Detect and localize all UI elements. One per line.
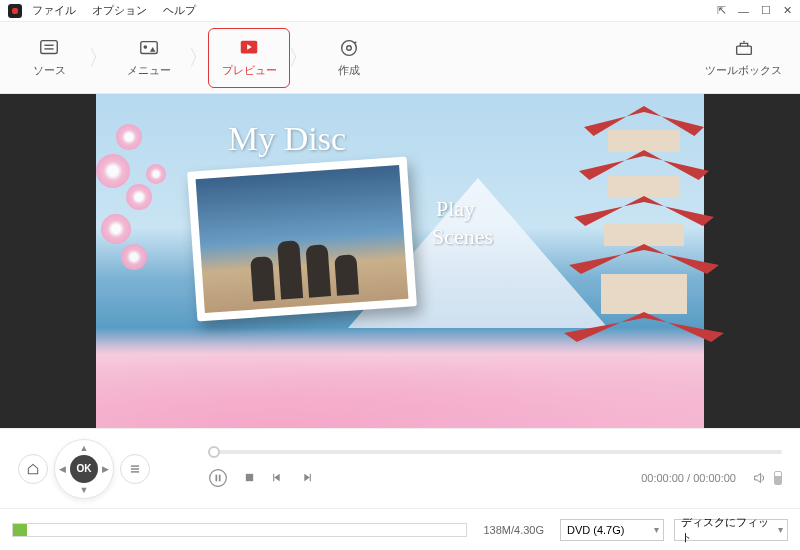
step-nav: ソース 〉 メニュー 〉 プレビュー 〉 作成 ツールボックス [0, 22, 800, 94]
dpad-up[interactable]: ▲ [80, 443, 89, 453]
photo-frame [187, 157, 417, 322]
step-create-label: 作成 [338, 63, 360, 78]
svg-point-8 [347, 46, 352, 51]
home-icon [26, 462, 40, 476]
menu-icon [136, 37, 162, 59]
dpad-right[interactable]: ▶ [102, 464, 109, 474]
volume-bar[interactable] [774, 471, 782, 485]
app-icon [8, 4, 22, 18]
chevron-right-icon: 〉 [288, 43, 310, 73]
step-source[interactable]: ソース [8, 28, 90, 88]
dpad-left[interactable]: ◀ [59, 464, 66, 474]
dpad-down[interactable]: ▼ [80, 485, 89, 495]
foreground-graphic [96, 338, 704, 428]
capacity-text: 138M/4.30G [477, 524, 550, 536]
step-preview[interactable]: プレビュー [208, 28, 290, 88]
dvd-menu-scenes[interactable]: Scenes [432, 224, 493, 250]
close-icon[interactable]: ✕ [783, 4, 792, 17]
dvd-menu-preview: My Disc Play Scenes [96, 94, 704, 428]
list-button[interactable] [120, 454, 150, 484]
pagoda-graphic [584, 106, 704, 376]
playback-controls: ▲ ▼ ◀ ▶ OK 00:00:00 / 00:00:00 [0, 428, 800, 508]
maximize-icon[interactable]: ☐ [761, 4, 771, 17]
pause-button[interactable] [208, 468, 228, 488]
menu-file[interactable]: ファイル [32, 3, 76, 18]
toolbox-icon [731, 37, 757, 59]
svg-point-15 [210, 469, 227, 486]
svg-rect-20 [273, 474, 274, 482]
time-display: 00:00:00 / 00:00:00 [641, 472, 736, 484]
titlebar: ファイル オプション ヘルプ ⇱ — ☐ ✕ [0, 0, 800, 22]
step-preview-label: プレビュー [222, 63, 277, 78]
disc-type-select[interactable]: DVD (4.7G) [560, 519, 664, 541]
dpad: ▲ ▼ ◀ ▶ OK [54, 439, 114, 499]
svg-point-7 [342, 41, 357, 56]
chevron-right-icon: 〉 [88, 43, 110, 73]
menu-options[interactable]: オプション [92, 3, 147, 18]
step-create[interactable]: 作成 [308, 28, 390, 88]
menu-help[interactable]: ヘルプ [163, 3, 196, 18]
preview-icon [236, 37, 262, 59]
svg-rect-0 [41, 41, 58, 54]
toolbox-label: ツールボックス [705, 63, 782, 78]
prev-icon [271, 471, 284, 484]
step-menu-label: メニュー [127, 63, 171, 78]
time-current: 00:00:00 [641, 472, 684, 484]
minimize-icon[interactable]: — [738, 5, 749, 17]
prev-button[interactable] [271, 471, 284, 484]
dvd-menu-play[interactable]: Play [436, 196, 475, 222]
svg-rect-22 [310, 474, 311, 482]
create-icon [336, 37, 362, 59]
pause-icon [208, 468, 228, 488]
next-icon [300, 471, 313, 484]
next-button[interactable] [300, 471, 313, 484]
stop-icon [244, 472, 255, 483]
toolbox-button[interactable]: ツールボックス [705, 37, 782, 78]
svg-rect-17 [219, 474, 221, 481]
seek-thumb[interactable] [208, 446, 220, 458]
pin-icon[interactable]: ⇱ [717, 4, 726, 17]
svg-marker-21 [304, 474, 309, 482]
volume-icon [752, 470, 768, 486]
dpad-ok[interactable]: OK [70, 455, 98, 483]
volume-button[interactable] [752, 470, 768, 486]
svg-marker-19 [274, 474, 279, 482]
svg-rect-16 [216, 474, 218, 481]
svg-marker-23 [755, 473, 761, 482]
list-icon [128, 462, 142, 476]
capacity-fill [13, 524, 27, 536]
svg-rect-18 [246, 474, 253, 481]
source-icon [36, 37, 62, 59]
step-source-label: ソース [33, 63, 66, 78]
svg-point-9 [354, 41, 356, 43]
preview-pane: My Disc Play Scenes [0, 94, 800, 428]
svg-point-4 [144, 45, 148, 49]
svg-rect-3 [141, 42, 158, 54]
chevron-right-icon: 〉 [188, 43, 210, 73]
stop-button[interactable] [244, 472, 255, 483]
fit-select[interactable]: ディスクにフィット [674, 519, 788, 541]
capacity-bar [12, 523, 467, 537]
step-menu[interactable]: メニュー [108, 28, 190, 88]
status-bar: 138M/4.30G DVD (4.7G) ディスクにフィット [0, 508, 800, 550]
time-total: 00:00:00 [693, 472, 736, 484]
disc-title: My Disc [228, 120, 346, 158]
seek-bar[interactable] [208, 450, 782, 454]
svg-rect-10 [736, 46, 751, 54]
home-button[interactable] [18, 454, 48, 484]
svg-point-11 [743, 41, 745, 43]
